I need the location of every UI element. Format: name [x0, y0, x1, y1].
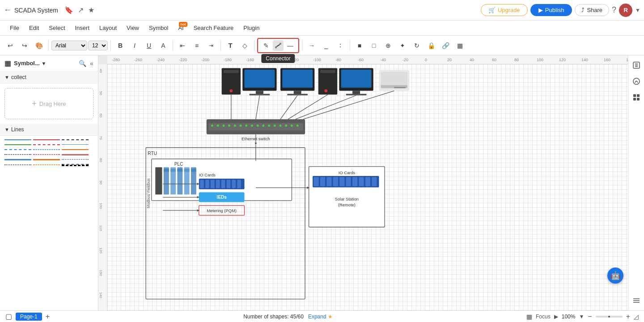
- layers-icon[interactable]: ▦: [526, 313, 532, 320]
- arrow-style-button[interactable]: →: [305, 39, 318, 52]
- focus-button[interactable]: Focus: [536, 314, 551, 320]
- menu-search-feature[interactable]: Search Feature: [189, 23, 238, 33]
- snap-button[interactable]: ✦: [396, 39, 409, 52]
- paint-format-button[interactable]: 🎨: [32, 39, 46, 52]
- menu-symbol[interactable]: Symbol: [144, 23, 173, 33]
- font-color-button[interactable]: A: [157, 39, 170, 52]
- share-button[interactable]: ⤴ Share: [575, 4, 609, 16]
- svg-rect-88: [314, 177, 319, 186]
- style-button[interactable]: [630, 75, 643, 88]
- bookmark-icon[interactable]: 🔖: [64, 6, 73, 14]
- undo-button[interactable]: ↩: [4, 39, 17, 52]
- drag-here-area[interactable]: + Drag Here: [4, 88, 93, 119]
- line-dot-red[interactable]: [33, 154, 60, 155]
- pen-tool-button[interactable]: ✎: [261, 40, 271, 51]
- line-solid-green[interactable]: [4, 144, 31, 146]
- panel-title-dropdown[interactable]: ▼: [41, 61, 46, 66]
- menu-insert[interactable]: Insert: [71, 23, 94, 33]
- connection-points-button[interactable]: ⊕: [381, 39, 395, 52]
- properties-button[interactable]: [630, 59, 643, 71]
- svg-point-39: [297, 125, 299, 127]
- align-left-button[interactable]: ⇤: [176, 39, 189, 52]
- line-dot-dark-long[interactable]: [62, 159, 89, 160]
- grid-view-button[interactable]: [630, 91, 643, 104]
- underline-button[interactable]: U: [142, 39, 156, 52]
- right-panel: [628, 55, 644, 310]
- canvas-container[interactable]: -280 -260 -240 -220 -200 -180 -160 -140 …: [98, 55, 628, 310]
- menu-plugin[interactable]: Plugin: [239, 23, 264, 33]
- line-solid-red[interactable]: [33, 139, 60, 141]
- menu-layout[interactable]: Layout: [95, 23, 121, 33]
- page-tab[interactable]: Page-1: [16, 313, 42, 321]
- lock-button[interactable]: 🔒: [424, 39, 438, 52]
- line-wave-orange[interactable]: [33, 159, 60, 160]
- status-center: Number of shapes: 45/60 Expand ★: [57, 314, 519, 320]
- line-dot-blue[interactable]: [33, 149, 60, 151]
- menu-file[interactable]: File: [5, 23, 24, 33]
- menu-view[interactable]: View: [122, 23, 144, 33]
- line-button[interactable]: —: [285, 40, 296, 51]
- rotate-button[interactable]: ↻: [410, 39, 424, 52]
- dropdown-icon[interactable]: ▼: [635, 7, 640, 13]
- line-wave-red[interactable]: [62, 154, 89, 155]
- bold-button[interactable]: B: [114, 39, 127, 52]
- zoom-out-button[interactable]: −: [588, 313, 592, 321]
- shape-lib-button[interactable]: ■: [353, 39, 366, 52]
- shape-button[interactable]: ◇: [238, 39, 251, 52]
- panel-search-icon[interactable]: 🔍: [79, 60, 86, 67]
- line-solid-orange[interactable]: [62, 149, 89, 151]
- ai-chat-button[interactable]: 🤖: [607, 268, 623, 284]
- italic-button[interactable]: I: [128, 39, 141, 52]
- line-dash-blue[interactable]: [4, 149, 31, 151]
- settings-button[interactable]: [630, 294, 643, 307]
- align-right-button[interactable]: ⇥: [204, 39, 218, 52]
- line-style-button[interactable]: ⎯: [319, 39, 333, 52]
- menu-ai[interactable]: AI hot: [174, 23, 188, 33]
- zoom-level[interactable]: 100%: [562, 314, 576, 320]
- lines-section-header[interactable]: ▼ Lines: [0, 124, 98, 136]
- lines-section-label: Lines: [11, 126, 24, 133]
- line-dotted-dark[interactable]: [4, 154, 31, 155]
- connector-tooltip-area: ✎ — Connector: [257, 38, 299, 53]
- panel-collapse-icon[interactable]: «: [90, 60, 93, 67]
- fullscreen-button[interactable]: ◿: [634, 313, 639, 320]
- redo-button[interactable]: ↪: [18, 39, 31, 52]
- line-dot-dark2[interactable]: [4, 164, 31, 166]
- upgrade-button[interactable]: 🛒 Upgrade: [481, 4, 528, 16]
- menu-edit[interactable]: Edit: [25, 23, 43, 33]
- line-dash-red[interactable]: [33, 144, 60, 146]
- add-page-button[interactable]: +: [46, 313, 50, 321]
- line-solid-blue[interactable]: [4, 139, 31, 141]
- svg-rect-6: [256, 91, 263, 94]
- page-view-icon[interactable]: ▢: [5, 312, 12, 321]
- svg-point-37: [285, 125, 287, 127]
- link-button[interactable]: 🔗: [439, 39, 452, 52]
- help-button[interactable]: ?: [612, 5, 616, 15]
- line-long-dash[interactable]: [62, 164, 89, 166]
- share-icon[interactable]: ↗: [78, 6, 84, 14]
- line-solid-thin[interactable]: [62, 144, 89, 146]
- publish-button[interactable]: ▶ Publish: [530, 4, 572, 16]
- connector-button[interactable]: [273, 40, 284, 51]
- expand-button[interactable]: Expand: [308, 314, 326, 320]
- shape-outline-button[interactable]: □: [367, 39, 381, 52]
- font-size-select[interactable]: 12: [88, 41, 108, 50]
- zoom-in-button[interactable]: +: [626, 313, 630, 321]
- line-dot-orange[interactable]: [33, 164, 60, 166]
- line-wave-blue[interactable]: [4, 159, 31, 160]
- canvas[interactable]: Ethernet switch RTU: [107, 64, 628, 310]
- font-family-select[interactable]: Arial: [51, 41, 87, 50]
- line-dashed-dark[interactable]: [62, 139, 89, 141]
- back-button[interactable]: ←: [4, 5, 12, 15]
- zoom-dropdown-icon[interactable]: ▼: [579, 314, 584, 320]
- waypoint-button[interactable]: ∶: [334, 39, 347, 52]
- text-button[interactable]: T: [224, 39, 237, 52]
- avatar[interactable]: R: [619, 4, 632, 17]
- menu-select[interactable]: Select: [44, 23, 69, 33]
- star-icon[interactable]: ★: [88, 6, 94, 14]
- collect-section-header[interactable]: ▼ collect: [0, 71, 98, 84]
- align-center-button[interactable]: ≡: [190, 39, 203, 52]
- svg-rect-17: [346, 94, 367, 95]
- svg-rect-16: [352, 91, 360, 94]
- table-button[interactable]: ▦: [453, 39, 466, 52]
